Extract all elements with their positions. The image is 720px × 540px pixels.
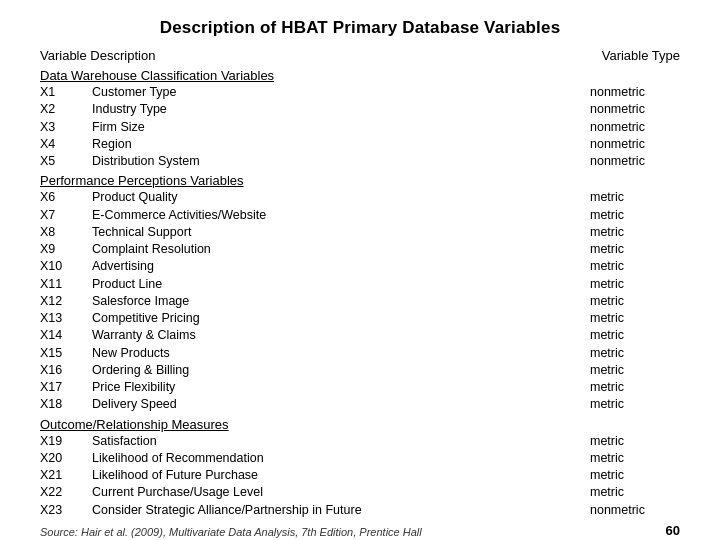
var-id: X17 bbox=[40, 379, 92, 396]
table-row: X4Regionnonmetric bbox=[40, 136, 680, 153]
table-header: Variable Description Variable Type bbox=[40, 48, 680, 63]
var-description: Ordering & Billing bbox=[92, 362, 590, 379]
var-id: X15 bbox=[40, 345, 92, 362]
table-row: X18Delivery Speedmetric bbox=[40, 396, 680, 413]
var-id: X9 bbox=[40, 241, 92, 258]
var-id: X21 bbox=[40, 467, 92, 484]
var-type: nonmetric bbox=[590, 84, 680, 101]
var-description: Consider Strategic Alliance/Partnership … bbox=[92, 502, 590, 519]
var-type: metric bbox=[590, 484, 680, 501]
page-number: 60 bbox=[666, 523, 680, 538]
table-row: X13Competitive Pricingmetric bbox=[40, 310, 680, 327]
var-description: Technical Support bbox=[92, 224, 590, 241]
table-row: X15New Productsmetric bbox=[40, 345, 680, 362]
var-description: Likelihood of Recommendation bbox=[92, 450, 590, 467]
var-type: metric bbox=[590, 224, 680, 241]
var-description: Delivery Speed bbox=[92, 396, 590, 413]
var-description: Product Quality bbox=[92, 189, 590, 206]
var-type: metric bbox=[590, 207, 680, 224]
var-type: nonmetric bbox=[590, 136, 680, 153]
table-row: X11Product Linemetric bbox=[40, 276, 680, 293]
var-id: X6 bbox=[40, 189, 92, 206]
table-row: X19Satisfactionmetric bbox=[40, 433, 680, 450]
var-type: nonmetric bbox=[590, 502, 680, 519]
table-row: X20Likelihood of Recommendationmetric bbox=[40, 450, 680, 467]
var-type: nonmetric bbox=[590, 153, 680, 170]
var-type: metric bbox=[590, 327, 680, 344]
var-id: X12 bbox=[40, 293, 92, 310]
var-id: X22 bbox=[40, 484, 92, 501]
var-description: Industry Type bbox=[92, 101, 590, 118]
var-type: nonmetric bbox=[590, 119, 680, 136]
section-title-0: Data Warehouse Classification Variables bbox=[40, 68, 680, 83]
section-0: Data Warehouse Classification VariablesX… bbox=[40, 68, 680, 170]
var-type: nonmetric bbox=[590, 101, 680, 118]
var-description: Current Purchase/Usage Level bbox=[92, 484, 590, 501]
var-description: Likelihood of Future Purchase bbox=[92, 467, 590, 484]
var-description: Salesforce Image bbox=[92, 293, 590, 310]
section-1: Performance Perceptions VariablesX6Produ… bbox=[40, 173, 680, 413]
var-description: Customer Type bbox=[92, 84, 590, 101]
var-id: X8 bbox=[40, 224, 92, 241]
section-title-1: Performance Perceptions Variables bbox=[40, 173, 680, 188]
var-description: Firm Size bbox=[92, 119, 590, 136]
table-row: X21Likelihood of Future Purchasemetric bbox=[40, 467, 680, 484]
var-type: metric bbox=[590, 276, 680, 293]
table-row: X6Product Qualitymetric bbox=[40, 189, 680, 206]
var-description: E-Commerce Activities/Website bbox=[92, 207, 590, 224]
var-description: Price Flexibility bbox=[92, 379, 590, 396]
table-row: X14Warranty & Claimsmetric bbox=[40, 327, 680, 344]
var-id: X19 bbox=[40, 433, 92, 450]
var-id: X4 bbox=[40, 136, 92, 153]
table-row: X12Salesforce Imagemetric bbox=[40, 293, 680, 310]
var-type: metric bbox=[590, 362, 680, 379]
var-description: Distribution System bbox=[92, 153, 590, 170]
var-type: metric bbox=[590, 450, 680, 467]
var-id: X18 bbox=[40, 396, 92, 413]
var-id: X1 bbox=[40, 84, 92, 101]
var-id: X10 bbox=[40, 258, 92, 275]
table-row: X17Price Flexibilitymetric bbox=[40, 379, 680, 396]
footer: Source: Hair et al. (2009), Multivariate… bbox=[40, 519, 680, 538]
var-description: Warranty & Claims bbox=[92, 327, 590, 344]
var-id: X16 bbox=[40, 362, 92, 379]
var-type: metric bbox=[590, 379, 680, 396]
var-id: X23 bbox=[40, 502, 92, 519]
var-type: metric bbox=[590, 258, 680, 275]
var-type: metric bbox=[590, 467, 680, 484]
var-id: X3 bbox=[40, 119, 92, 136]
table-row: X22Current Purchase/Usage Levelmetric bbox=[40, 484, 680, 501]
page-title: Description of HBAT Primary Database Var… bbox=[40, 18, 680, 38]
section-2: Outcome/Relationship MeasuresX19Satisfac… bbox=[40, 417, 680, 519]
var-id: X11 bbox=[40, 276, 92, 293]
var-description: Advertising bbox=[92, 258, 590, 275]
var-id: X5 bbox=[40, 153, 92, 170]
source-text: Source: Hair et al. (2009), Multivariate… bbox=[40, 526, 422, 538]
var-type: metric bbox=[590, 345, 680, 362]
table-row: X9Complaint Resolutionmetric bbox=[40, 241, 680, 258]
var-id: X20 bbox=[40, 450, 92, 467]
section-title-2: Outcome/Relationship Measures bbox=[40, 417, 680, 432]
table-row: X3Firm Sizenonmetric bbox=[40, 119, 680, 136]
var-description: Satisfaction bbox=[92, 433, 590, 450]
var-type: metric bbox=[590, 433, 680, 450]
var-description: Competitive Pricing bbox=[92, 310, 590, 327]
var-description: Region bbox=[92, 136, 590, 153]
table-row: X10Advertisingmetric bbox=[40, 258, 680, 275]
var-type: metric bbox=[590, 189, 680, 206]
table-row: X23Consider Strategic Alliance/Partnersh… bbox=[40, 502, 680, 519]
var-id: X14 bbox=[40, 327, 92, 344]
var-id: X7 bbox=[40, 207, 92, 224]
var-type: metric bbox=[590, 293, 680, 310]
var-description: New Products bbox=[92, 345, 590, 362]
var-type: metric bbox=[590, 396, 680, 413]
table-row: X16Ordering & Billingmetric bbox=[40, 362, 680, 379]
table-row: X1Customer Typenonmetric bbox=[40, 84, 680, 101]
page-container: Description of HBAT Primary Database Var… bbox=[0, 0, 720, 540]
header-var-desc: Variable Description bbox=[40, 48, 155, 63]
var-type: metric bbox=[590, 241, 680, 258]
sections-container: Data Warehouse Classification VariablesX… bbox=[40, 65, 680, 519]
table-row: X2Industry Typenonmetric bbox=[40, 101, 680, 118]
table-row: X7E-Commerce Activities/Websitemetric bbox=[40, 207, 680, 224]
table-row: X8Technical Supportmetric bbox=[40, 224, 680, 241]
